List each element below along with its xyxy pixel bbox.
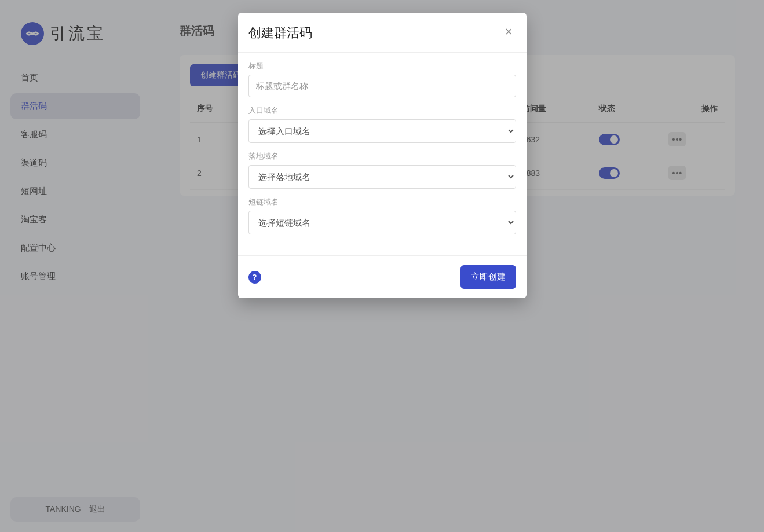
field-label-short: 短链域名 [248,197,516,207]
field-label-title: 标题 [248,61,516,71]
field-label-entry: 入口域名 [248,105,516,116]
modal-title: 创建群活码 [248,24,312,42]
modal-footer: ? 立即创建 [238,256,527,298]
help-icon[interactable]: ? [248,271,261,284]
field-label-landing: 落地域名 [248,151,516,162]
short-domain-select[interactable]: 选择短链域名 [248,211,516,234]
modal-body: 标题 入口域名 选择入口域名 落地域名 选择落地域名 短链域名 [238,52,527,256]
title-input[interactable] [248,75,516,97]
create-modal: 创建群活码 × 标题 入口域名 选择入口域名 落地域名 选择落地域名 [238,13,527,298]
submit-button[interactable]: 立即创建 [460,265,516,289]
landing-domain-select[interactable]: 选择落地域名 [248,165,516,189]
entry-domain-select[interactable]: 选择入口域名 [248,119,516,143]
modal-header: 创建群活码 × [238,13,527,52]
close-icon[interactable]: × [502,24,516,39]
modal-overlay[interactable]: 创建群活码 × 标题 入口域名 选择入口域名 落地域名 选择落地域名 [0,0,764,532]
